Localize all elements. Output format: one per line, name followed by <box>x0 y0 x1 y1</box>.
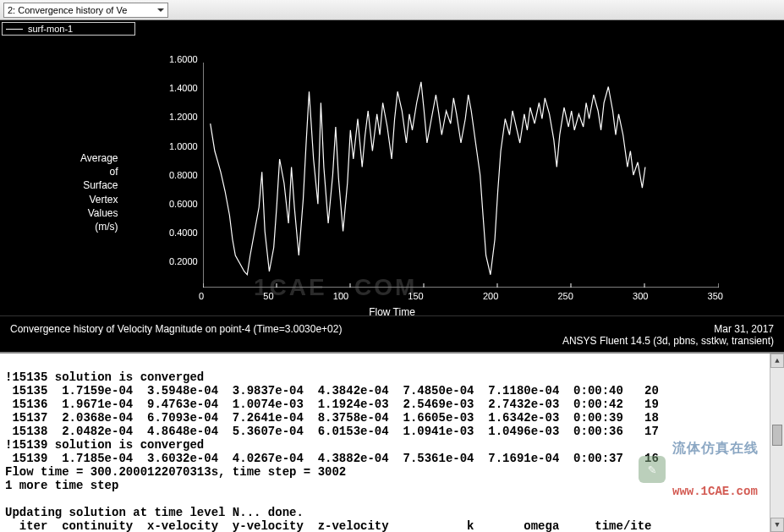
watermark-url: www.1CAE.com <box>672 485 759 498</box>
chart-title-bar: Convergence history of Velocity Magnitud… <box>0 315 784 352</box>
scroll-thumb[interactable] <box>772 425 782 446</box>
console-text: !15135 solution is converged 15135 1.715… <box>5 370 659 532</box>
y-axis-label: Average of Surface Vertex Values (m/s) <box>80 151 118 233</box>
legend: surf-mon-1 <box>2 22 135 36</box>
chart-title: Convergence history of Velocity Magnitud… <box>10 323 342 335</box>
legend-line-icon <box>6 29 23 30</box>
x-axis-ticks: 050 100150 200250 300350 <box>199 291 723 301</box>
scroll-up-icon[interactable]: ▲ <box>770 354 784 368</box>
view-dropdown[interactable]: 2: Convergence history of Ve <box>3 3 168 18</box>
y-axis-ticks: 1.6000 1.4000 1.2000 1.0000 0.8000 0.600… <box>169 54 198 286</box>
console-scrollbar[interactable]: ▲ ▼ <box>770 354 784 532</box>
graphics-window: surf-mon-1 Average of Surface Vertex Val… <box>0 20 784 352</box>
console-output[interactable]: !15135 solution is converged 15135 1.715… <box>0 352 784 532</box>
legend-label: surf-mon-1 <box>28 24 73 34</box>
chart-svg <box>203 63 719 288</box>
watermark-cn: 流体仿真在线 <box>672 440 759 458</box>
chart-date: Mar 31, 2017 <box>714 323 774 335</box>
toolbar: 2: Convergence history of Ve <box>0 0 784 20</box>
dropdown-selected-text: 2: Convergence history of Ve <box>8 5 127 15</box>
scroll-down-icon[interactable]: ▼ <box>770 518 784 532</box>
plot-area <box>203 63 719 288</box>
chart-subtitle: ANSYS Fluent 14.5 (3d, pbns, sstkw, tran… <box>562 335 774 347</box>
